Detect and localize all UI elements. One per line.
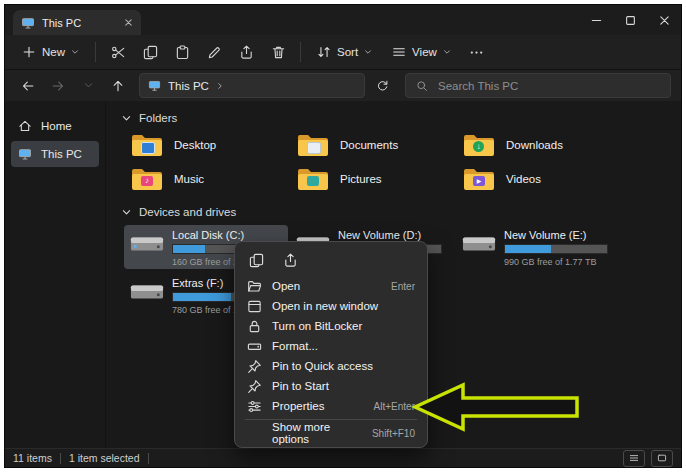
folders-grid: Desktop Documents ↓ Downloads <box>124 129 681 195</box>
sidebar-item-this-pc[interactable]: This PC <box>11 141 99 167</box>
desktop-folder-icon <box>130 132 164 158</box>
paste-button[interactable] <box>167 38 197 66</box>
menu-item-properties[interactable]: Properties Alt+Enter <box>239 396 423 416</box>
explorer-tab[interactable]: This PC <box>13 10 141 35</box>
sidebar: Home This PC <box>5 101 106 448</box>
delete-button[interactable] <box>263 38 293 66</box>
folder-name: Pictures <box>340 173 382 185</box>
refresh-button[interactable] <box>369 73 395 99</box>
pc-monitor-icon <box>148 79 161 92</box>
documents-badge <box>307 142 321 154</box>
ellipsis-icon <box>469 45 484 60</box>
drive-name: New Volume (D:) <box>338 229 442 241</box>
details-view-toggle-icon[interactable] <box>623 450 645 467</box>
search-box[interactable] <box>405 73 671 98</box>
menu-icon-spacer <box>247 426 262 441</box>
forward-arrow-icon <box>51 79 65 93</box>
folder-tile-downloads[interactable]: ↓ Downloads <box>456 129 614 161</box>
folders-section-label: Folders <box>139 112 177 124</box>
menu-item-pin-to-start[interactable]: Pin to Start <box>239 376 423 396</box>
sidebar-item-label: Home <box>41 120 72 132</box>
menu-item-pin-to-quick-access[interactable]: Pin to Quick access <box>239 356 423 376</box>
menu-item-format[interactable]: Format... <box>239 336 423 356</box>
copy-icon <box>143 45 158 60</box>
folder-tile-videos[interactable]: ▶ Videos <box>456 163 614 195</box>
folder-name: Documents <box>340 139 398 151</box>
music-badge: ♪ <box>141 176 153 186</box>
drives-section-header[interactable]: Devices and drives <box>122 203 681 221</box>
menu-separator <box>245 419 417 420</box>
up-arrow-icon <box>111 79 125 93</box>
copy-button[interactable] <box>135 38 165 66</box>
back-button[interactable] <box>15 73 41 99</box>
chevron-right-icon[interactable] <box>216 82 224 90</box>
breadcrumb[interactable]: This PC <box>168 80 209 92</box>
capacity-bar <box>504 244 608 254</box>
cut-icon <box>111 45 126 60</box>
copy-button[interactable] <box>241 248 271 272</box>
new-button[interactable]: New <box>13 38 88 66</box>
maximize-button[interactable] <box>613 5 647 35</box>
folder-tile-pictures[interactable]: Pictures <box>290 163 448 195</box>
chevron-down-icon <box>364 48 372 56</box>
menu-item-open[interactable]: Open Enter <box>239 276 423 296</box>
refresh-icon <box>376 79 389 92</box>
copy-icon <box>249 253 264 268</box>
context-menu-icon-row <box>239 246 423 276</box>
search-input[interactable] <box>436 79 660 93</box>
more-options-button[interactable] <box>462 38 492 66</box>
rename-icon <box>207 45 222 60</box>
folder-tile-music[interactable]: ♪ Music <box>124 163 282 195</box>
address-bar[interactable]: This PC <box>139 73 365 98</box>
search-icon <box>416 80 428 92</box>
thumbnail-view-toggle-icon[interactable] <box>651 450 673 467</box>
menu-item-label: Pin to Quick access <box>272 360 373 372</box>
minimize-button[interactable] <box>579 5 613 35</box>
hard-drive-icon <box>462 232 496 256</box>
pin-icon <box>247 359 262 374</box>
pin-icon <box>247 379 262 394</box>
view-button[interactable]: View <box>383 38 460 66</box>
menu-item-label: Turn on BitLocker <box>272 320 362 332</box>
open-icon <box>247 279 262 294</box>
home-icon <box>18 119 32 133</box>
folder-name: Desktop <box>174 139 216 151</box>
folder-tile-documents[interactable]: Documents <box>290 129 448 161</box>
menu-shortcut: Alt+Enter <box>374 401 415 412</box>
new-button-label: New <box>42 46 65 58</box>
menu-item-show-more-options[interactable]: Show more options Shift+F10 <box>239 423 423 443</box>
menu-item-open-new-window[interactable]: Open in new window <box>239 296 423 316</box>
chevron-down-icon <box>122 114 131 123</box>
folder-tile-desktop[interactable]: Desktop <box>124 129 282 161</box>
share-button[interactable] <box>275 248 305 272</box>
close-button[interactable] <box>647 5 681 35</box>
folder-name: Music <box>174 173 204 185</box>
hard-drive-icon <box>130 232 164 256</box>
sort-button[interactable]: Sort <box>308 38 381 66</box>
annotation-arrow <box>411 380 581 434</box>
command-toolbar: New <box>5 35 681 70</box>
menu-item-turn-on-bitlocker[interactable]: Turn on BitLocker <box>239 316 423 336</box>
selection-count: 1 item selected <box>69 452 140 464</box>
menu-item-label: Properties <box>272 400 324 412</box>
cut-button[interactable] <box>103 38 133 66</box>
drive-tile-e[interactable]: New Volume (E:) 990 GB free of 1.77 TB <box>456 225 620 269</box>
drive-free-space: 990 GB free of 1.77 TB <box>504 257 608 267</box>
up-button[interactable] <box>105 73 131 99</box>
forward-button[interactable] <box>45 73 71 99</box>
rename-button[interactable] <box>199 38 229 66</box>
chevron-down-icon <box>71 48 79 56</box>
view-button-label: View <box>412 46 437 58</box>
item-count: 11 items <box>13 452 52 464</box>
sidebar-item-home[interactable]: Home <box>11 113 99 139</box>
folders-section-header[interactable]: Folders <box>122 109 681 127</box>
folder-name: Downloads <box>506 139 563 151</box>
chevron-down-icon <box>122 208 131 217</box>
sort-button-label: Sort <box>337 46 358 58</box>
menu-item-label: Open in new window <box>272 300 378 312</box>
tab-close-icon[interactable] <box>124 18 133 27</box>
recent-locations-button[interactable] <box>75 73 101 99</box>
status-separator <box>60 453 61 464</box>
share-button[interactable] <box>231 38 261 66</box>
tab-title: This PC <box>42 17 81 29</box>
